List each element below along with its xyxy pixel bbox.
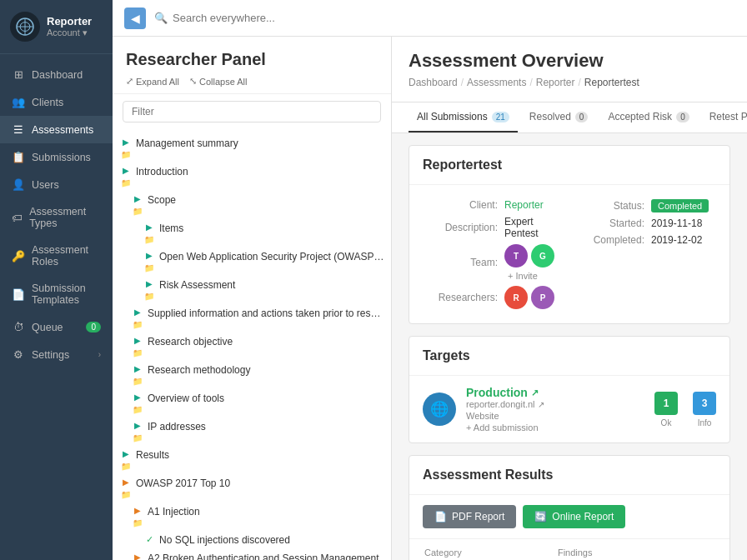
search-area: 🔍 (154, 12, 339, 24)
tree-item[interactable]: ▶ 📁Items (113, 219, 391, 248)
folder-teal-icon: ▶ 📁 (119, 164, 133, 189)
collapse-all-button[interactable]: ⤡ Collapse All (189, 76, 247, 87)
tree-item-label: Items (156, 221, 384, 236)
online-report-button[interactable]: 🔄 Online Report (523, 505, 625, 528)
overview-header: Assessment Overview Dashboard / Assessme… (392, 37, 747, 102)
target-count-ok: 1 Ok (654, 392, 678, 428)
completed-value: 2019-12-02 (651, 234, 702, 246)
tab-all-submissions[interactable]: All Submissions 21 (409, 102, 518, 132)
sidebar-item-label: Assessment Types (29, 206, 101, 229)
tree-item[interactable]: ▶ 📁Management summary (113, 134, 391, 162)
target-name-text: Production (466, 386, 528, 399)
folder-orange-icon: ▶ 📁 (119, 476, 133, 501)
status-badge: Completed (651, 199, 709, 212)
tree-item[interactable]: ▶ 📁OWASP 2017 Top 10 (113, 474, 391, 502)
tree-item[interactable]: ▶ 📁Scope (113, 191, 391, 219)
tab-accepted-label: Accepted Risk (608, 111, 672, 122)
results-actions: 📄 PDF Report 🔄 Online Report (409, 495, 729, 539)
targets-title: Targets (409, 337, 729, 376)
target-name[interactable]: Production ↗ (466, 386, 644, 399)
target-info: Production ↗ reporter.dongit.nl ↗ Websit… (466, 386, 644, 432)
tree-item[interactable]: ▶ 📁Overview of tools (113, 389, 391, 418)
expand-all-button[interactable]: ⤢ Expand All (126, 76, 179, 87)
reportertest-title: Reportertest (409, 146, 729, 185)
back-button[interactable]: ◀ (124, 8, 146, 29)
add-submission-button[interactable]: Website (466, 411, 644, 421)
reportertest-card: Reportertest Client: Reporter Descriptio… (409, 145, 730, 324)
breadcrumb-assessments[interactable]: Assessments (467, 77, 526, 88)
sidebar-item-submissions[interactable]: 📋 Submissions (0, 143, 113, 171)
tab-resolved[interactable]: Resolved 0 (521, 102, 597, 132)
assessment-results-card: Assessment Results 📄 PDF Report 🔄 Online… (409, 455, 730, 560)
add-submission-link[interactable]: + Add submission (466, 422, 644, 432)
tree-item[interactable]: ✓No SQL injections discovered (113, 531, 391, 549)
sidebar-item-submission-templates[interactable]: 📄 Submission Templates (0, 275, 113, 313)
breadcrumb-reporter[interactable]: Reporter (536, 77, 575, 88)
tree-item[interactable]: ▶ 📁Results (113, 446, 391, 474)
folder-orange-icon: ▶ 📁 (131, 504, 144, 529)
targets-card: Targets 🌐 Production ↗ reporter.dongit.n… (409, 336, 730, 443)
started-row: Started: 2019-11-18 (569, 215, 716, 232)
topbar: ◀ 🔍 (113, 0, 747, 37)
tree-item[interactable]: ▶ 📁Research objective (113, 332, 391, 361)
globe-icon: 🌐 (423, 392, 456, 426)
sidebar-item-users[interactable]: 👤 Users (0, 171, 113, 198)
sidebar-item-label: Users (32, 179, 59, 191)
tree-item[interactable]: ▶ 📁Research methodology (113, 361, 391, 389)
filter-input[interactable] (123, 101, 381, 122)
search-input[interactable] (173, 12, 339, 24)
clock-icon: ⏱ (12, 321, 25, 333)
team-avatar-1: T (504, 244, 528, 268)
pdf-icon: 📄 (434, 511, 447, 522)
sidebar-item-assessment-roles[interactable]: 🔑 Assessment Roles (0, 237, 113, 275)
client-label: Client: (423, 199, 498, 211)
tab-accepted-risk[interactable]: Accepted Risk 0 (599, 102, 697, 132)
sidebar-item-assessment-types[interactable]: 🏷 Assessment Types (0, 198, 113, 237)
left-panel: Researcher Panel ⤢ Expand All ⤡ Collapse… (113, 37, 392, 560)
queue-badge: 0 (86, 322, 101, 332)
sidebar-item-clients[interactable]: 👥 Clients (0, 88, 113, 116)
app-name-group: Reporter Account ▾ (47, 15, 92, 38)
invite-button[interactable]: + Invite (508, 271, 538, 281)
tree-item[interactable]: ▶ 📁Risk Assessment (113, 276, 391, 304)
tree-item[interactable]: ▶ 📁A1 Injection (113, 502, 391, 531)
status-row: Status: Completed (569, 197, 716, 215)
client-value[interactable]: Reporter (504, 199, 544, 211)
folder-teal-icon: ▶ 📁 (131, 192, 144, 218)
status-label: Status: (569, 200, 644, 212)
sidebar-item-label: Assessments (32, 124, 93, 136)
tree-item[interactable]: ▶ 📁A2 Broken Authentication and Session … (113, 549, 391, 560)
sidebar-item-queue[interactable]: ⏱ Queue 0 (0, 313, 113, 341)
tree-item-label: Results (133, 448, 384, 462)
search-icon: 🔍 (154, 12, 168, 24)
folder-orange-icon: ▶ 📁 (131, 551, 144, 560)
breadcrumb-dashboard[interactable]: Dashboard (409, 77, 458, 88)
pdf-report-button[interactable]: 📄 PDF Report (423, 505, 516, 528)
expand-label: Expand All (136, 77, 179, 87)
breadcrumb-reportertest[interactable]: Reportertest (584, 77, 639, 88)
gear-icon: ⚙ (12, 348, 25, 361)
clipboard-icon: 📋 (12, 151, 25, 163)
target-count-info: 3 Info (693, 392, 716, 428)
left-info: Client: Reporter Description: Expert Pen… (423, 197, 569, 312)
tree-item[interactable]: ▶ 📁Introduction (113, 162, 391, 191)
tree-item[interactable]: ▶ 📁IP addresses (113, 418, 391, 446)
sidebar-item-settings[interactable]: ⚙ Settings › (0, 341, 113, 368)
sidebar-item-assessments[interactable]: ☰ Assessments (0, 116, 113, 143)
settings-arrow: › (98, 350, 101, 359)
tab-retest-pending[interactable]: Retest Pending 0 (701, 102, 747, 132)
results-table: Category Findings ✓ A1 Injection ⓘ (409, 539, 729, 560)
tab-accepted-badge: 0 (676, 112, 689, 122)
folder-teal-icon: ▶ 📁 (131, 391, 144, 416)
tree-item-label: OWASP 2017 Top 10 (133, 476, 384, 491)
tree-item[interactable]: ▶ 📁Supplied information and actions take… (113, 304, 391, 332)
tab-resolved-badge: 0 (575, 112, 589, 122)
sidebar-item-label: Submission Templates (32, 282, 101, 306)
team-row: Team: T G + Invite (423, 242, 569, 283)
sidebar-item-dashboard[interactable]: ⊞ Dashboard (0, 61, 113, 88)
col-findings: Findings (544, 541, 728, 560)
sidebar-nav: ⊞ Dashboard 👥 Clients ☰ Assessments 📋 Su… (0, 54, 113, 560)
folder-teal-icon: ▶ 📁 (119, 136, 133, 161)
ok-count-label: Ok (661, 418, 672, 428)
tree-item[interactable]: ▶ 📁Open Web Application Security Project… (113, 248, 391, 276)
